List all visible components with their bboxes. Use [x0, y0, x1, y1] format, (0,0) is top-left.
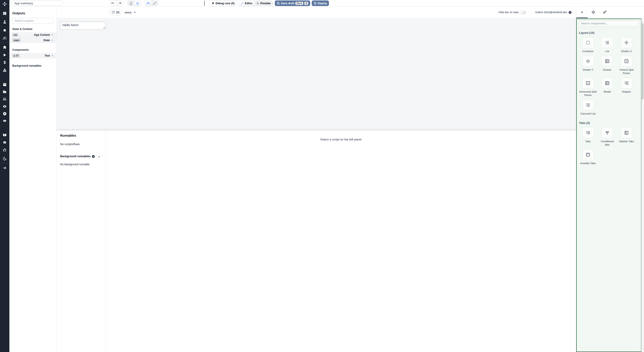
- output-row-state[interactable]: state State: [10, 38, 56, 43]
- editor-preview-toggle: Editor Preview: [238, 0, 273, 6]
- canvas-grid[interactable]: Hello henri: [56, 18, 322, 129]
- preview-tab[interactable]: Preview: [254, 1, 272, 6]
- runnable-detail-area: Select a script on the left panel: [106, 130, 322, 176]
- settings-gear-icon[interactable]: [0, 111, 10, 116]
- pencil-icon: [241, 2, 244, 5]
- workspace-building-icon[interactable]: [0, 11, 10, 16]
- component-a-type-label: Text: [44, 54, 50, 57]
- schedules-calendar-icon[interactable]: [0, 82, 10, 87]
- fullscreen-button[interactable]: [152, 1, 158, 6]
- canvas-toolbar: (0) once Hide bar on view Author henri@w…: [56, 7, 322, 18]
- resize-handle[interactable]: [103, 27, 105, 28]
- save-draft-label: Save draft: [281, 2, 294, 5]
- layout-toggle-group: |0|: [144, 0, 158, 6]
- variables-dollar-icon[interactable]: $: [0, 60, 10, 65]
- dark-mode-moon-icon[interactable]: [0, 156, 10, 161]
- background-runnables-title: Background runnables: [60, 155, 90, 158]
- docs-book-icon[interactable]: [0, 132, 10, 138]
- github-icon[interactable]: [0, 148, 10, 153]
- info-icon[interactable]: i: [92, 155, 95, 158]
- editor-label: Editor: [245, 2, 253, 5]
- search-outputs-input[interactable]: [12, 18, 54, 24]
- refresh-mode-value: once: [124, 11, 131, 14]
- chevron-down-icon: [134, 11, 136, 14]
- groups-icon[interactable]: [0, 36, 10, 41]
- deploy-button[interactable]: Deploy: [312, 0, 322, 6]
- preview-disc-icon: [256, 2, 259, 5]
- more-options-kebab-icon[interactable]: ⋮⋮⋮: [202, 1, 206, 6]
- no-background-runnable-label: No background runnable: [60, 163, 102, 166]
- refresh-count: (0): [116, 11, 120, 14]
- mobile-view-button[interactable]: [128, 1, 134, 6]
- topbar: |0| ⋮⋮⋮ Debug runs (0) Editor Preview Sa…: [10, 0, 322, 7]
- ai-robot-icon[interactable]: [0, 118, 10, 123]
- state-context-section-title: State & Context: [12, 28, 54, 31]
- folders-icon[interactable]: [0, 90, 10, 94]
- align-center-icon: |0|: [146, 2, 150, 5]
- save-icon: [277, 2, 280, 5]
- components-section-title: Components: [12, 48, 54, 52]
- discord-icon[interactable]: [0, 140, 10, 145]
- output-row-ctx[interactable]: ctx App Context: [10, 32, 56, 38]
- no-scripts-label: No scripts/flows: [60, 143, 102, 146]
- kbd-s: S: [304, 2, 308, 5]
- background-runnables-section-title: Background runnables: [12, 64, 54, 67]
- refresh-app-button[interactable]: (0): [109, 9, 122, 16]
- chevron-down-icon[interactable]: [51, 34, 54, 36]
- desktop-view-button[interactable]: [134, 1, 141, 6]
- favorites-star-icon[interactable]: [0, 28, 10, 33]
- windmill-logo[interactable]: [2, 2, 7, 6]
- text-component-box[interactable]: Hello henri: [60, 22, 105, 29]
- workers-users-gear-icon[interactable]: [0, 96, 10, 102]
- output-row-component-a[interactable]: a Text: [10, 53, 56, 58]
- ctx-badge: ctx: [12, 33, 18, 37]
- center-content-button[interactable]: |0|: [145, 1, 152, 6]
- debug-runs-label: Debug runs (0): [216, 2, 234, 5]
- app-summary-input[interactable]: [12, 1, 63, 6]
- runnables-list: Runnables No scripts/flows Background ru…: [56, 130, 106, 176]
- deploy-label: Deploy: [318, 2, 322, 5]
- redo-button[interactable]: [116, 1, 123, 6]
- bottom-panel-resize-handle[interactable]: [56, 129, 322, 130]
- state-type-label: State: [44, 39, 50, 42]
- text-component-selected[interactable]: Hello henri: [60, 22, 106, 30]
- editor-tab[interactable]: Editor: [239, 1, 255, 6]
- app-canvas: (0) once Hide bar on view Author henri@w…: [56, 7, 322, 176]
- home-icon[interactable]: [0, 45, 10, 50]
- debug-runs-button[interactable]: Debug runs (0): [209, 0, 237, 6]
- chevron-down-icon[interactable]: [51, 54, 54, 57]
- ctx-type-label: App Context: [34, 33, 50, 36]
- smartphone-icon: [130, 2, 132, 5]
- undo-button[interactable]: [109, 1, 116, 6]
- app-sidebar: $: [0, 0, 10, 176]
- preview-label: Preview: [260, 2, 270, 5]
- refresh-icon: [112, 11, 115, 14]
- state-badge: state: [12, 38, 20, 42]
- outputs-panel: Outputs State & Context ctx App Context …: [10, 7, 56, 176]
- component-a-badge: a: [12, 54, 20, 58]
- select-script-hint: Select a script on the left panel: [320, 138, 322, 176]
- laptop-icon: [136, 2, 139, 5]
- collapse-sidebar-arrow-icon[interactable]: [0, 166, 10, 170]
- kbd-ctrl: Ctrl: [296, 2, 303, 5]
- device-toggle-group: [127, 0, 141, 6]
- outputs-title: Outputs: [12, 11, 54, 15]
- undo-icon: [111, 2, 114, 5]
- refresh-mode-select[interactable]: once: [124, 11, 136, 14]
- hand-pointer-icon: [16, 54, 18, 57]
- save-icon: [314, 2, 317, 5]
- resources-cubes-icon[interactable]: [0, 68, 10, 73]
- runs-play-icon[interactable]: [0, 52, 10, 58]
- text-component-value: Hello henri: [62, 23, 78, 27]
- add-background-runnable-button[interactable]: +: [96, 154, 102, 159]
- redo-icon: [118, 2, 122, 5]
- undo-redo-group: [109, 1, 124, 6]
- audit-eye-icon[interactable]: [0, 104, 10, 109]
- runnables-panel: Runnables No scripts/flows Background ru…: [56, 130, 322, 176]
- chevron-down-icon[interactable]: [51, 39, 54, 41]
- bug-icon: [212, 2, 214, 5]
- expand-icon: [153, 2, 156, 5]
- runnables-title: Runnables: [60, 134, 102, 137]
- user-icon[interactable]: [0, 20, 10, 24]
- save-draft-button[interactable]: Save draft Ctrl S: [275, 0, 310, 6]
